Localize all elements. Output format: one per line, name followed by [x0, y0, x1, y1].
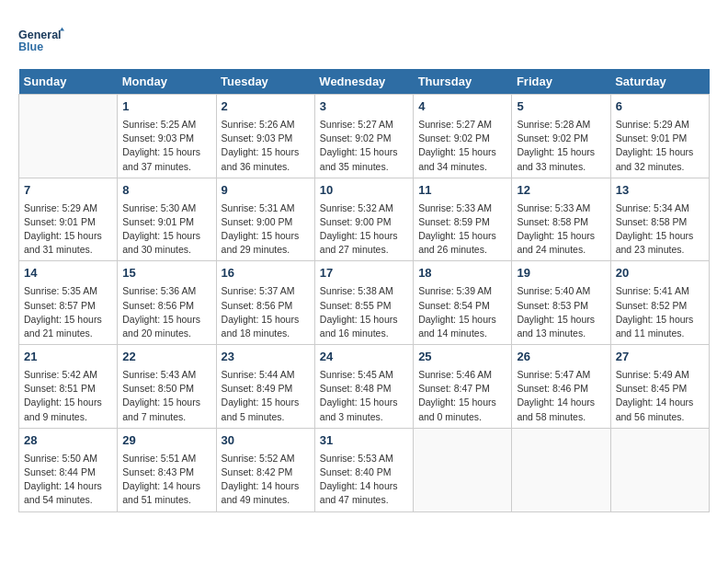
day-info-line-2: Sunset: 9:00 PM — [222, 215, 310, 229]
day-cell-4: 4Sunrise: 5:27 AMSunset: 9:02 PMDaylight… — [414, 95, 512, 178]
day-info-line-3: Daylight: 14 hours — [122, 479, 210, 493]
day-cell-11: 11Sunrise: 5:33 AMSunset: 8:59 PMDayligh… — [414, 178, 512, 261]
day-info-line-3: Daylight: 15 hours — [222, 229, 310, 243]
day-info-line-4: and 58 minutes. — [517, 410, 605, 424]
day-info-line-4: and 20 minutes. — [122, 327, 210, 340]
day-number: 17 — [320, 265, 408, 282]
weekday-header-monday: Monday — [118, 69, 216, 95]
day-number: 29 — [122, 432, 210, 450]
day-info-line-2: Sunset: 8:50 PM — [122, 382, 210, 396]
day-info-line-4: and 35 minutes. — [320, 160, 408, 174]
day-info-line-1: Sunrise: 5:46 AM — [418, 368, 506, 382]
day-info-line-2: Sunset: 8:55 PM — [320, 299, 408, 313]
day-cell-17: 17Sunrise: 5:38 AMSunset: 8:55 PMDayligh… — [314, 261, 413, 345]
day-cell-8: 8Sunrise: 5:30 AMSunset: 9:01 PMDaylight… — [118, 178, 216, 261]
day-number: 15 — [122, 265, 210, 282]
day-cell-23: 23Sunrise: 5:44 AMSunset: 8:49 PMDayligh… — [216, 345, 314, 429]
day-info-line-4: and 36 minutes. — [222, 160, 310, 174]
day-info-line-2: Sunset: 9:00 PM — [320, 215, 408, 229]
day-info-line-1: Sunrise: 5:25 AM — [122, 118, 210, 132]
day-info-line-1: Sunrise: 5:26 AM — [222, 118, 310, 132]
day-info-line-4: and 27 minutes. — [320, 243, 408, 257]
day-number: 9 — [222, 182, 310, 200]
day-info-line-4: and 0 minutes. — [418, 410, 506, 424]
day-cell-10: 10Sunrise: 5:32 AMSunset: 9:00 PMDayligh… — [314, 178, 413, 261]
day-info-line-4: and 11 minutes. — [616, 327, 704, 340]
day-info-line-2: Sunset: 9:03 PM — [222, 132, 310, 145]
day-info-line-1: Sunrise: 5:38 AM — [320, 284, 408, 298]
day-info-line-2: Sunset: 8:43 PM — [122, 465, 210, 479]
day-info-line-1: Sunrise: 5:50 AM — [24, 452, 112, 465]
day-info-line-2: Sunset: 8:56 PM — [222, 299, 310, 313]
day-info-line-1: Sunrise: 5:52 AM — [222, 452, 310, 465]
weekday-header-saturday: Saturday — [610, 69, 709, 95]
empty-cell — [610, 428, 709, 511]
day-info-line-1: Sunrise: 5:32 AM — [320, 201, 408, 215]
day-info-line-4: and 3 minutes. — [320, 410, 408, 424]
day-info-line-3: Daylight: 15 hours — [122, 313, 210, 327]
day-number: 31 — [320, 432, 408, 450]
day-info-line-4: and 34 minutes. — [418, 160, 506, 174]
day-cell-29: 29Sunrise: 5:51 AMSunset: 8:43 PMDayligh… — [118, 428, 216, 511]
day-info-line-2: Sunset: 9:03 PM — [122, 132, 210, 145]
day-info-line-2: Sunset: 9:01 PM — [24, 215, 112, 229]
day-info-line-1: Sunrise: 5:45 AM — [320, 368, 408, 382]
day-info-line-3: Daylight: 15 hours — [517, 145, 605, 159]
day-cell-14: 14Sunrise: 5:35 AMSunset: 8:57 PMDayligh… — [19, 261, 118, 345]
day-cell-28: 28Sunrise: 5:50 AMSunset: 8:44 PMDayligh… — [19, 428, 118, 511]
day-info-line-2: Sunset: 8:40 PM — [320, 465, 408, 479]
day-number: 19 — [517, 265, 605, 282]
day-cell-15: 15Sunrise: 5:36 AMSunset: 8:56 PMDayligh… — [118, 261, 216, 345]
day-cell-16: 16Sunrise: 5:37 AMSunset: 8:56 PMDayligh… — [216, 261, 314, 345]
day-info-line-4: and 30 minutes. — [122, 243, 210, 257]
day-number: 22 — [122, 349, 210, 366]
day-cell-5: 5Sunrise: 5:28 AMSunset: 9:02 PMDaylight… — [512, 95, 610, 178]
day-number: 7 — [24, 182, 112, 200]
day-info-line-3: Daylight: 15 hours — [122, 145, 210, 159]
day-info-line-2: Sunset: 9:02 PM — [320, 132, 408, 145]
week-row-2: 7Sunrise: 5:29 AMSunset: 9:01 PMDaylight… — [19, 178, 710, 261]
weekday-header-sunday: Sunday — [19, 69, 118, 95]
day-info-line-4: and 26 minutes. — [418, 243, 506, 257]
day-cell-22: 22Sunrise: 5:43 AMSunset: 8:50 PMDayligh… — [118, 345, 216, 429]
weekday-header-wednesday: Wednesday — [314, 69, 413, 95]
day-info-line-4: and 32 minutes. — [616, 160, 704, 174]
day-info-line-2: Sunset: 8:52 PM — [616, 299, 704, 313]
day-info-line-1: Sunrise: 5:49 AM — [616, 368, 704, 382]
day-cell-6: 6Sunrise: 5:29 AMSunset: 9:01 PMDaylight… — [610, 95, 709, 178]
day-number: 4 — [418, 98, 506, 116]
day-number: 25 — [418, 349, 506, 366]
day-info-line-4: and 54 minutes. — [24, 493, 112, 507]
day-cell-2: 2Sunrise: 5:26 AMSunset: 9:03 PMDaylight… — [216, 95, 314, 178]
day-info-line-3: Daylight: 15 hours — [616, 145, 704, 159]
day-info-line-4: and 56 minutes. — [616, 410, 704, 424]
day-info-line-3: Daylight: 15 hours — [24, 313, 112, 327]
day-info-line-3: Daylight: 15 hours — [122, 396, 210, 409]
day-info-line-2: Sunset: 8:57 PM — [24, 299, 112, 313]
week-row-3: 14Sunrise: 5:35 AMSunset: 8:57 PMDayligh… — [19, 261, 710, 345]
day-info-line-4: and 29 minutes. — [222, 243, 310, 257]
day-cell-24: 24Sunrise: 5:45 AMSunset: 8:48 PMDayligh… — [314, 345, 413, 429]
day-info-line-1: Sunrise: 5:43 AM — [122, 368, 210, 382]
day-number: 14 — [24, 265, 112, 282]
day-info-line-3: Daylight: 15 hours — [222, 313, 310, 327]
day-info-line-4: and 7 minutes. — [122, 410, 210, 424]
day-number: 27 — [616, 349, 704, 366]
day-info-line-4: and 21 minutes. — [24, 327, 112, 340]
day-cell-30: 30Sunrise: 5:52 AMSunset: 8:42 PMDayligh… — [216, 428, 314, 511]
day-info-line-3: Daylight: 15 hours — [320, 145, 408, 159]
day-number: 1 — [122, 98, 210, 116]
day-info-line-1: Sunrise: 5:29 AM — [24, 201, 112, 215]
day-info-line-3: Daylight: 14 hours — [24, 479, 112, 493]
day-info-line-4: and 49 minutes. — [222, 493, 310, 507]
day-info-line-2: Sunset: 8:54 PM — [418, 299, 506, 313]
empty-cell — [19, 95, 118, 178]
day-info-line-3: Daylight: 15 hours — [418, 229, 506, 243]
day-info-line-1: Sunrise: 5:37 AM — [222, 284, 310, 298]
day-info-line-4: and 18 minutes. — [222, 327, 310, 340]
day-info-line-2: Sunset: 8:45 PM — [616, 382, 704, 396]
day-cell-26: 26Sunrise: 5:47 AMSunset: 8:46 PMDayligh… — [512, 345, 610, 429]
day-cell-13: 13Sunrise: 5:34 AMSunset: 8:58 PMDayligh… — [610, 178, 709, 261]
day-info-line-1: Sunrise: 5:36 AM — [122, 284, 210, 298]
day-number: 23 — [222, 349, 310, 366]
